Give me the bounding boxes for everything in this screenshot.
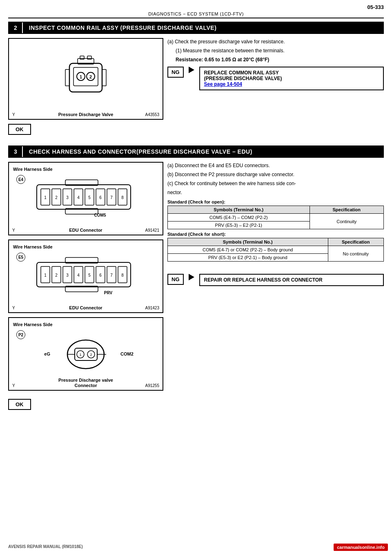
section-2-header: 2 INSPECT COMMON RAIL ASSY (PRESSURE DIS… <box>8 22 384 34</box>
svg-text:6: 6 <box>99 195 102 200</box>
section-3-title: CHECK HARNESS AND CONNECTOR(PRESSURE DIS… <box>23 146 258 157</box>
section-3-instructions: (a) Disconnect the E4 and E5 EDU connect… <box>167 162 384 196</box>
svg-text:4: 4 <box>77 273 80 278</box>
svg-text:5: 5 <box>88 195 91 200</box>
p2-y-label: Y <box>12 383 15 388</box>
e5-side-label: Wire Harness Side <box>13 244 158 249</box>
e5-connector-svg: 1 2 3 4 5 6 7 8 <box>29 250 143 299</box>
svg-rect-35 <box>37 262 131 287</box>
svg-text:2: 2 <box>55 273 58 278</box>
svg-text:7: 7 <box>110 195 113 200</box>
section-2-right: (a) Check the pressure discharge valve f… <box>167 38 384 120</box>
ng-2-link[interactable]: See page 14-504 <box>204 81 242 87</box>
std-open-table: Symbols (Terminal No.) Specification COM… <box>167 206 384 229</box>
p2-bottom-label-1: Pressure Discharge valve <box>58 378 113 383</box>
svg-rect-58 <box>75 348 97 360</box>
instr-3b: (b) Disconnect the P2 pressure discharge… <box>167 171 384 178</box>
edu-e5-diagram: Wire Harness Side E5 1 2 3 4 <box>8 239 163 313</box>
p2-connector-svg: eG COM2 1 2 <box>35 328 137 377</box>
svg-text:1: 1 <box>80 74 82 79</box>
section-3-right: (a) Disconnect the E4 and E5 EDU connect… <box>167 162 384 395</box>
section-2-left: 1 2 <box>8 38 163 120</box>
page-number: 05-333 <box>368 4 384 10</box>
std-open-label: Standard (Check for open): <box>167 199 384 204</box>
p2-bottom-label-2: Connector <box>75 383 97 388</box>
std-open-col2-header: Specification <box>310 206 383 214</box>
pressure-discharge-valve-diagram: 1 2 <box>8 38 163 120</box>
section-2-ok: OK <box>8 124 31 135</box>
page-header: DIAGNOSTICS − ECD SYSTEM (1CD-FTV) <box>8 11 384 18</box>
svg-rect-7 <box>80 56 84 59</box>
ng-2-arrow <box>187 67 196 73</box>
svg-text:6: 6 <box>99 273 102 278</box>
table-row: COM5 (E4-7) – COM2 (P2-2) Continuity <box>168 214 384 222</box>
section-3-ng-row: NG REPAIR OR REPLACE HARNESS OR CONNECTO… <box>167 274 384 286</box>
svg-text:1: 1 <box>44 273 47 278</box>
e4-y-label: Y <box>12 228 15 233</box>
p2-side-label: Wire Harness Side <box>13 322 158 327</box>
section-3-ng-spacer: NG REPAIR OR REPLACE HARNESS OR CONNECTO… <box>167 274 384 286</box>
section-2-title: INSPECT COMMON RAIL ASSY (PRESSURE DISCH… <box>23 22 223 33</box>
instr-2resistance: Resistance: 0.65 to 1.05 Ω at 20°C (68°F… <box>176 56 384 63</box>
instr-2a1: (1) Measure the resistance between the t… <box>176 47 384 54</box>
ng-3-label: NG <box>167 274 184 285</box>
pdv-code: A43553 <box>145 112 159 117</box>
page-footer: AVENSIS REPAIR MANUAL (RM1018E) <box>8 544 83 549</box>
instr-3c: (c) Check for continuity between the wir… <box>167 180 384 187</box>
ng-3-content: REPAIR OR REPLACE HARNESS OR CONNECTOR <box>199 274 384 286</box>
std-short-col1-header: Symbols (Terminal No.) <box>168 238 328 246</box>
e5-code: A91423 <box>145 306 159 310</box>
svg-text:PRV: PRV <box>104 291 113 295</box>
pdv-y-label: Y <box>12 112 15 117</box>
svg-text:4: 4 <box>77 195 80 200</box>
ng-2-arrow-icon <box>189 67 194 73</box>
svg-text:eG: eG <box>44 351 50 356</box>
svg-text:COM2: COM2 <box>120 351 134 356</box>
e5-bottom-label: EDU Connector <box>69 305 102 310</box>
std-short-col2-header: Specification <box>328 238 383 246</box>
pdv-label: Pressure Discharge Valve <box>58 112 114 117</box>
section-3-block: 3 CHECK HARNESS AND CONNECTOR(PRESSURE D… <box>8 145 384 415</box>
svg-text:3: 3 <box>66 273 69 278</box>
ng-3-arrow <box>187 274 196 280</box>
ng-2-line2: (PRESSURE DISCHARGE VALVE) <box>204 76 379 81</box>
section-2-block: 2 INSPECT COMMON RAIL ASSY (PRESSURE DIS… <box>8 22 384 140</box>
ng-3-arrow-icon <box>189 274 194 280</box>
section-3-ok: OK <box>8 399 31 410</box>
ng-2-line1: REPLACE COMMON RAIL ASSY <box>204 70 379 76</box>
section-3-header: 3 CHECK HARNESS AND CONNECTOR(PRESSURE D… <box>8 145 384 158</box>
ng-2-label: NG <box>167 67 184 78</box>
std-short-row1-sym: COM5 (E4-7) or COM2 (P2-2) – Body ground <box>168 246 328 254</box>
section-3-content: Wire Harness Side E4 1 2 <box>8 162 384 395</box>
instr-3a: (a) Disconnect the E4 and E5 EDU connect… <box>167 162 384 169</box>
svg-text:1: 1 <box>44 195 47 200</box>
e4-connector-svg: 1 2 3 4 5 6 7 8 <box>29 172 143 222</box>
svg-rect-15 <box>37 185 131 209</box>
svg-rect-8 <box>87 56 91 59</box>
section-3-left: Wire Harness Side E4 1 2 <box>8 162 163 395</box>
e4-code: A91421 <box>145 228 159 233</box>
pdv-connector-diagram: Wire Harness Side P2 eG COM2 <box>8 317 163 391</box>
watermark: carmanualsonline.info <box>334 544 388 551</box>
e4-bottom-label: EDU Connector <box>69 228 102 233</box>
std-open-row1-spec: Continuity <box>310 214 383 229</box>
svg-text:7: 7 <box>110 273 113 278</box>
e5-y-label: Y <box>12 306 15 310</box>
table-row: COM5 (E4-7) or COM2 (P2-2) – Body ground… <box>168 246 384 254</box>
section-2-number: 2 <box>9 22 23 33</box>
section-3-number: 3 <box>9 146 23 157</box>
e4-side-label: Wire Harness Side <box>13 167 158 172</box>
instr-3c2: nector. <box>167 189 384 196</box>
svg-text:COM5: COM5 <box>94 213 106 217</box>
svg-text:2: 2 <box>55 195 58 200</box>
svg-text:1: 1 <box>79 353 81 357</box>
svg-text:8: 8 <box>121 273 124 278</box>
std-short-label: Standard (Check for short): <box>167 232 384 237</box>
p2-id: P2 <box>16 330 25 339</box>
svg-text:5: 5 <box>88 273 91 278</box>
std-open-row1-sym: COM5 (E4-7) – COM2 (P2-2) <box>168 214 310 222</box>
pdv-connector-svg: 1 2 <box>45 43 127 108</box>
e5-id: E5 <box>16 253 25 262</box>
section-2-instructions: (a) Check the pressure discharge valve f… <box>167 38 384 63</box>
svg-text:2: 2 <box>90 353 92 357</box>
